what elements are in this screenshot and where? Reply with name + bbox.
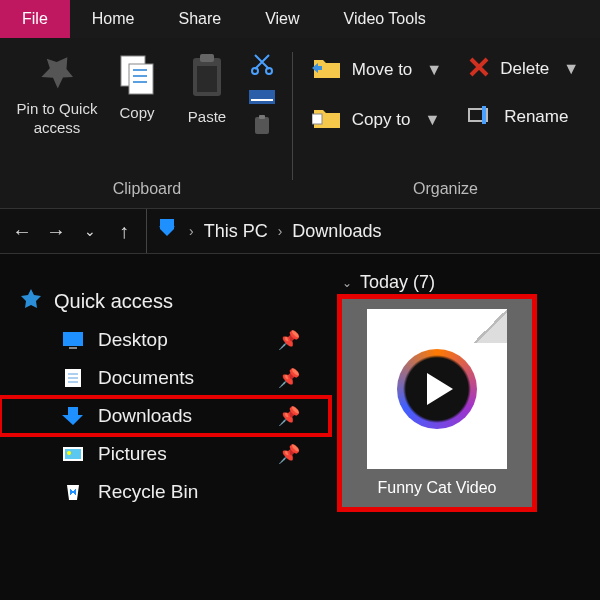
rename-button[interactable]: Rename	[462, 102, 585, 132]
group-header-today[interactable]: ⌄ Today (7)	[342, 272, 588, 293]
sidebar-item-label: Pictures	[98, 443, 167, 465]
dropdown-caret-icon: ▼	[424, 111, 440, 129]
file-thumbnail	[367, 309, 507, 469]
svg-rect-1	[129, 64, 153, 94]
navigation-sidebar: Quick access Desktop 📌 Documents 📌 Downl…	[0, 268, 330, 600]
clipboard-icon	[187, 52, 227, 100]
svg-rect-15	[63, 332, 83, 346]
pin-icon: 📌	[278, 329, 300, 351]
desktop-icon	[62, 330, 84, 350]
svg-rect-6	[200, 54, 214, 62]
rename-icon	[468, 104, 494, 130]
copy-button[interactable]: Copy	[102, 48, 172, 180]
move-to-label: Move to	[352, 60, 412, 80]
svg-rect-16	[69, 347, 77, 349]
address-bar[interactable]: › This PC › Downloads	[146, 209, 590, 253]
sidebar-item-label: Desktop	[98, 329, 168, 351]
organize-group-label: Organize	[413, 180, 478, 208]
move-to-button[interactable]: Move to ▼	[306, 54, 448, 86]
sidebar-item-label: Recycle Bin	[98, 481, 198, 503]
chevron-down-icon: ⌄	[342, 276, 352, 290]
dropdown-caret-icon: ▼	[563, 60, 579, 78]
sidebar-item-pictures[interactable]: Pictures 📌	[0, 435, 330, 473]
paste-button[interactable]: Paste	[172, 48, 242, 180]
pin-icon: 📌	[278, 367, 300, 389]
breadcrumb-root[interactable]: This PC	[204, 221, 268, 242]
sidebar-item-documents[interactable]: Documents 📌	[0, 359, 330, 397]
sidebar-item-downloads[interactable]: Downloads 📌	[0, 397, 330, 435]
svg-point-8	[252, 68, 258, 74]
dropdown-caret-icon: ▼	[426, 61, 442, 79]
file-item-video[interactable]: Funny Cat Video	[342, 299, 532, 507]
pictures-icon	[62, 444, 84, 464]
copy-to-label: Copy to	[352, 110, 411, 130]
delete-button[interactable]: Delete ▼	[462, 54, 585, 84]
clipboard-group-label: Clipboard	[113, 180, 181, 208]
clipboard-small-icon	[253, 114, 271, 136]
sidebar-item-label: Documents	[98, 367, 194, 389]
pin-label: Pin to Quick access	[12, 100, 102, 138]
group-header-label: Today (7)	[360, 272, 435, 293]
scissors-icon	[250, 52, 274, 76]
tab-share[interactable]: Share	[156, 0, 243, 38]
copy-label: Copy	[119, 104, 154, 123]
pin-icon	[37, 52, 77, 92]
downloads-folder-icon	[155, 217, 179, 246]
pin-to-quick-access-button[interactable]: Pin to Quick access	[12, 48, 102, 180]
cut-button[interactable]	[250, 52, 274, 80]
svg-rect-10	[255, 117, 269, 134]
breadcrumb-separator-icon: ›	[189, 223, 194, 239]
paste-label: Paste	[188, 108, 226, 127]
nav-forward-button[interactable]: →	[44, 219, 68, 243]
download-arrow-icon	[62, 406, 84, 426]
document-icon	[62, 368, 84, 388]
rename-label: Rename	[504, 107, 568, 127]
quick-access-label: Quick access	[54, 290, 173, 313]
nav-back-button[interactable]: ←	[10, 219, 34, 243]
sidebar-item-desktop[interactable]: Desktop 📌	[0, 321, 330, 359]
tab-home[interactable]: Home	[70, 0, 157, 38]
copy-to-button[interactable]: Copy to ▼	[306, 104, 448, 136]
pin-icon: 📌	[278, 443, 300, 465]
svg-point-9	[266, 68, 272, 74]
delete-x-icon	[468, 56, 490, 82]
nav-history-button[interactable]: ⌄	[78, 219, 102, 243]
svg-rect-7	[197, 66, 217, 92]
svg-rect-12	[312, 114, 322, 124]
file-name-label: Funny Cat Video	[378, 479, 497, 497]
paste-shortcut-button[interactable]	[253, 114, 271, 140]
copy-path-button[interactable]	[249, 90, 275, 104]
breadcrumb-separator-icon: ›	[278, 223, 283, 239]
svg-point-23	[67, 451, 71, 455]
copy-icon	[115, 52, 159, 96]
breadcrumb-current[interactable]: Downloads	[292, 221, 381, 242]
sidebar-quick-access[interactable]: Quick access	[0, 282, 330, 321]
delete-label: Delete	[500, 59, 549, 79]
sidebar-item-label: Downloads	[98, 405, 192, 427]
sidebar-item-recycle-bin[interactable]: Recycle Bin	[0, 473, 330, 511]
svg-rect-14	[482, 106, 486, 124]
tab-file[interactable]: File	[0, 0, 70, 38]
play-icon	[397, 349, 477, 429]
separator	[292, 52, 293, 180]
star-icon	[20, 288, 42, 315]
tab-view[interactable]: View	[243, 0, 321, 38]
page-fold-icon	[473, 309, 507, 343]
folder-move-icon	[312, 56, 342, 84]
pin-icon: 📌	[278, 405, 300, 427]
recycle-bin-icon	[62, 482, 84, 502]
tab-video-tools[interactable]: Video Tools	[322, 0, 448, 38]
folder-copy-icon	[312, 106, 342, 134]
nav-up-button[interactable]: ↑	[112, 219, 136, 243]
svg-rect-11	[259, 115, 265, 119]
